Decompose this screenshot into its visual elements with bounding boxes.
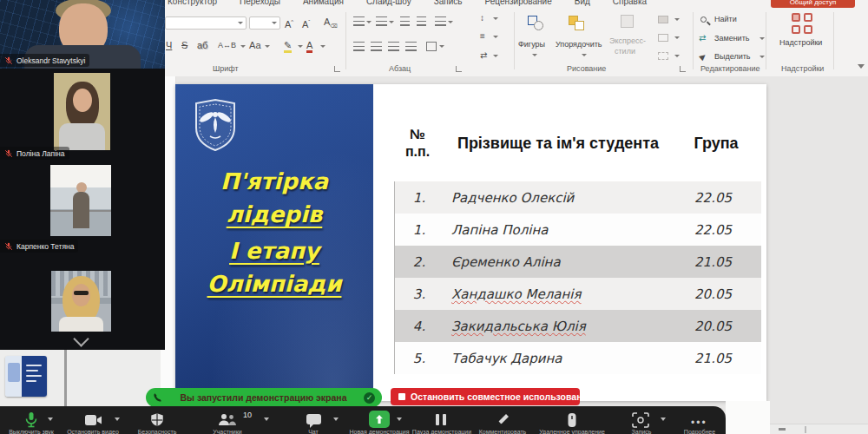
record-options-chevron[interactable] xyxy=(661,418,666,421)
slide-title-line-2: лідерів xyxy=(175,198,373,231)
annotate-pencil-icon[interactable] xyxy=(496,412,510,427)
ppt-tab-transitions[interactable]: Переходы xyxy=(240,0,280,6)
remote-control-icon[interactable] xyxy=(567,412,577,428)
floating-window-thumbnail[interactable] xyxy=(5,356,47,397)
ppt-tab-animations[interactable]: Анимация xyxy=(303,0,344,6)
text-direction-icon[interactable]: ↕ xyxy=(480,13,484,23)
find-button[interactable]: Найти xyxy=(714,15,737,23)
ppt-tab-view[interactable]: Вид xyxy=(575,0,590,6)
pause-share-icon[interactable] xyxy=(436,414,448,425)
columns-icon[interactable] xyxy=(426,42,437,51)
slide-title-line-4: Олімпіади xyxy=(175,267,373,300)
ppt-ribbon: А^ Аˇ А⌫ Ч S аб А↔В Аа ✎ А Шрифт Абзац ↕ xyxy=(161,9,868,77)
change-case-icon[interactable]: Аа xyxy=(249,40,261,50)
participants-options-chevron[interactable] xyxy=(264,418,269,421)
align-left-icon[interactable] xyxy=(353,42,365,51)
more-icon[interactable]: ••• xyxy=(691,417,707,429)
arrange-button[interactable]: Упорядочить xyxy=(556,40,602,49)
microphone-icon[interactable] xyxy=(23,411,39,429)
font-name-combo[interactable] xyxy=(165,16,247,30)
camera-label: Остановить видео xyxy=(67,429,119,434)
participant-name: Поліна Лапіна xyxy=(16,149,65,158)
paragraph-dialog-launcher[interactable] xyxy=(456,66,462,72)
record-label: Запись xyxy=(632,429,652,434)
text-shadow-icon[interactable]: аб xyxy=(197,40,207,50)
slide-title-line-3: І етапу xyxy=(175,234,373,267)
align-text-icon[interactable]: ≡ xyxy=(480,31,485,42)
chat-label: Чат xyxy=(308,429,319,434)
decrease-indent-icon[interactable] xyxy=(400,16,410,26)
table-header-name: Прізвище та ім'я студента xyxy=(444,135,672,153)
addins-button[interactable]: Надстройки xyxy=(779,38,822,47)
security-shield-icon[interactable] xyxy=(149,412,165,428)
addins-group-label: Надстройки xyxy=(781,64,824,73)
clear-format-icon[interactable]: А⌫ xyxy=(324,16,338,31)
participant-name-bar: Поліна Лапіна xyxy=(0,147,69,160)
shapes-icon-circle xyxy=(534,21,543,30)
line-spacing-icon[interactable] xyxy=(435,16,446,26)
security-label: Безопасность xyxy=(138,429,177,434)
check-circle-icon: ✓ xyxy=(364,392,375,404)
increase-indent-icon[interactable] xyxy=(417,16,426,26)
camera-icon[interactable] xyxy=(84,413,103,427)
decrease-font-icon[interactable]: Аˇ xyxy=(302,16,310,30)
replace-icon: ⇄ xyxy=(699,33,706,43)
justify-icon[interactable] xyxy=(405,42,417,51)
font-dialog-launcher[interactable] xyxy=(334,66,340,72)
smartart-convert-icon[interactable]: ⇄ xyxy=(480,50,487,61)
ppt-tab-record[interactable]: Запись xyxy=(434,0,463,6)
font-size-combo[interactable] xyxy=(249,16,280,30)
select-button[interactable]: Выделить xyxy=(714,52,751,61)
font-group-label: Шрифт xyxy=(213,64,239,73)
table-row: 1. Радченко Олексій 22.05 xyxy=(395,181,761,214)
drawing-dialog-launcher[interactable] xyxy=(680,66,686,72)
ppt-tab-review[interactable]: Рецензирование xyxy=(485,0,552,6)
replace-button[interactable]: Заменить xyxy=(714,34,749,43)
share-options-chevron[interactable] xyxy=(397,418,402,421)
new-share-button[interactable] xyxy=(369,411,390,428)
phone-icon xyxy=(153,392,163,403)
align-right-icon[interactable] xyxy=(388,42,399,51)
shape-effects-icon[interactable] xyxy=(658,52,668,60)
addins-icon-3 xyxy=(792,25,800,34)
muted-mic-icon xyxy=(4,56,13,65)
strikethrough-icon[interactable]: S xyxy=(181,40,187,50)
chat-options-chevron[interactable] xyxy=(333,418,339,421)
zoom-participants-panel: Oleksandr Stavytskyi Поліна Лапіна xyxy=(0,0,165,350)
numbering-icon[interactable] xyxy=(376,16,387,26)
participant-video-3 xyxy=(50,165,111,236)
underline-icon[interactable]: Ч xyxy=(166,40,172,50)
chat-icon[interactable] xyxy=(306,413,322,428)
ppt-tab-help[interactable]: Справка xyxy=(613,0,647,6)
participant-video-4 xyxy=(51,271,111,332)
ppt-tab-slideshow[interactable]: Слайд-шоу xyxy=(366,0,411,6)
editing-group-label: Редактирование xyxy=(700,64,760,73)
table-row: 4. Закидальська Юлія 20.05 xyxy=(395,310,761,342)
ppt-share-button[interactable]: Общий доступ xyxy=(771,0,855,8)
shape-fill-icon[interactable] xyxy=(658,16,668,23)
collapse-participants-icon[interactable] xyxy=(73,331,89,346)
stop-icon xyxy=(398,393,405,400)
bullets-icon[interactable] xyxy=(353,16,365,26)
char-spacing-icon[interactable]: А↔В xyxy=(218,40,236,50)
increase-font-icon[interactable]: А^ xyxy=(285,16,293,30)
shapes-button[interactable]: Фигуры xyxy=(518,40,545,49)
font-color-icon[interactable]: А xyxy=(306,40,312,53)
sharing-banner-text: Вы запустили демонстрацию экрана xyxy=(168,392,358,403)
align-center-icon[interactable] xyxy=(371,42,382,51)
highlight-color-icon[interactable]: ✎ xyxy=(284,40,292,53)
participants-count: 10 xyxy=(243,411,252,419)
mic-options-chevron[interactable] xyxy=(48,418,53,421)
participant-name: Oleksandr Stavytskyi xyxy=(16,56,85,65)
stop-sharing-button[interactable]: Остановить совместное использование xyxy=(391,388,580,405)
ppt-tab-design[interactable]: Конструктор xyxy=(168,0,217,6)
ppt-status-area xyxy=(726,401,770,434)
collapse-ribbon-icon[interactable] xyxy=(858,64,865,69)
record-frame-icon[interactable] xyxy=(632,412,649,428)
camera-options-chevron[interactable] xyxy=(115,418,120,421)
muted-mic-icon xyxy=(4,149,13,158)
remote-label: Удаленное управление xyxy=(539,429,605,434)
select-icon: ▶ xyxy=(697,50,708,62)
participants-icon[interactable] xyxy=(217,413,238,427)
shape-outline-icon[interactable] xyxy=(658,34,668,42)
